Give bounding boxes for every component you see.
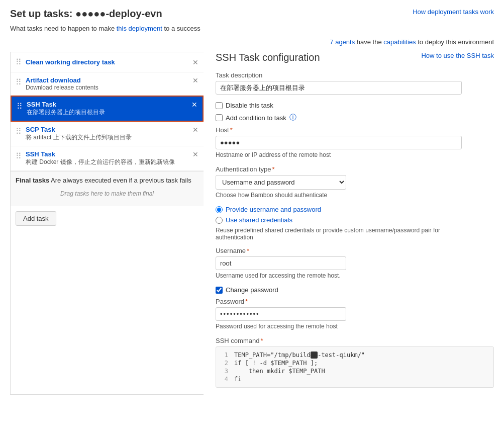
task-item-scp[interactable]: ⠿ SCP Task 将 artifact 上下载的文件上传到项目目录 ✕ xyxy=(11,122,204,146)
drag-handle-clean: ⠿ xyxy=(16,57,22,67)
host-hint: Hostname or IP address of the remote hos… xyxy=(216,151,494,158)
task-name-scp: SCP Task xyxy=(26,126,192,133)
password-hint: Password used for accessing the remote h… xyxy=(216,323,494,330)
page-title: Set up tasks: ●●●●●-deploy-evn xyxy=(10,8,162,20)
task-desc-ssh1: 在部署服务器上的项目根目录 xyxy=(27,108,191,117)
right-panel: SSH Task configuration How to use the SS… xyxy=(204,52,494,395)
left-panel: ⠿ Clean working directory task ✕ ⠿ Artif… xyxy=(10,52,204,395)
password-group: Password Password used for accessing the… xyxy=(216,298,494,330)
deployment-tasks-help-link[interactable]: How deployment tasks work xyxy=(413,8,494,16)
host-group: Host Hostname or IP address of the remot… xyxy=(216,126,494,158)
drag-handle-ssh2: ⠿ xyxy=(16,151,22,161)
username-label: Username xyxy=(216,247,494,254)
radio-provide-row: Provide username and password xyxy=(216,206,494,213)
line-code-4: fi xyxy=(234,376,241,383)
username-input[interactable] xyxy=(216,256,346,270)
task-item-ssh2[interactable]: ⠿ SSH Task 构建 Docker 镜像，停止之前运行的容器，重新跑新镜像… xyxy=(11,146,204,171)
task-description-input[interactable] xyxy=(216,81,462,95)
code-line-2: 2 if [ ! -d $TEMP_PATH ]; xyxy=(220,359,489,367)
drag-handle-ssh1: ⠿ xyxy=(17,102,23,111)
page-header: Set up tasks: ●●●●●-deploy-evn How deplo… xyxy=(10,8,494,20)
agents-count-link[interactable]: 7 agents xyxy=(330,38,355,46)
change-password-row: Change password xyxy=(216,286,494,294)
host-input[interactable] xyxy=(216,136,462,149)
code-line-1: 1 TEMP_PATH="/tmp/build●●-test-qiukm/" xyxy=(220,351,489,359)
task-desc-ssh2: 构建 Docker 镜像，停止之前运行的容器，重新跑新镜像 xyxy=(26,158,192,166)
task-item-artifact[interactable]: ⠿ Artifact download Download release con… xyxy=(11,72,204,96)
task-desc-scp: 将 artifact 上下载的文件上传到项目目录 xyxy=(26,133,192,142)
task-name-artifact: Artifact download xyxy=(26,76,192,84)
final-tasks-drag-zone[interactable]: Drag tasks here to make them final xyxy=(16,186,198,201)
line-code-3: then mkdir $TEMP_PATH xyxy=(234,368,325,375)
remove-artifact-button[interactable]: ✕ xyxy=(192,76,198,84)
line-num-2: 2 xyxy=(220,360,228,367)
auth-hint: Choose how Bamboo should authenticate xyxy=(216,192,494,199)
ssh-command-group: SSH command 1 TEMP_PATH="/tmp/build●●-te… xyxy=(216,337,494,388)
add-condition-row: Add condition to task ⓘ xyxy=(216,113,494,122)
task-desc-artifact: Download release contents xyxy=(26,84,192,91)
task-description-label: Task description xyxy=(216,71,494,79)
add-condition-checkbox[interactable] xyxy=(216,114,223,121)
final-tasks-label: Final tasks Are always executed even if … xyxy=(16,177,198,184)
username-group: Username Username used for accessing the… xyxy=(216,247,494,279)
page-container: Set up tasks: ●●●●●-deploy-evn How deplo… xyxy=(0,0,504,438)
password-label: Password xyxy=(216,298,494,305)
code-line-3: 3 then mkdir $TEMP_PATH xyxy=(220,367,489,375)
radio-shared-label[interactable]: Use shared credentials xyxy=(226,216,292,224)
radio-shared-row: Use shared credentials xyxy=(216,216,494,224)
ssh-task-help-link[interactable]: How to use the SSH task xyxy=(421,52,494,59)
radio-shared-input[interactable] xyxy=(216,217,223,224)
code-line-4: 4 fi xyxy=(220,375,489,383)
change-password-checkbox[interactable] xyxy=(216,287,223,294)
task-name-ssh1: SSH Task xyxy=(27,101,191,108)
radio-provide-input[interactable] xyxy=(216,206,223,213)
task-description-group: Task description xyxy=(216,71,494,95)
ssh-command-editor[interactable]: 1 TEMP_PATH="/tmp/build●●-test-qiukm/" 2… xyxy=(216,346,494,388)
config-title: SSH Task configuration xyxy=(216,52,320,63)
auth-type-group: Authentication type Username and passwor… xyxy=(216,165,494,199)
disable-task-checkbox[interactable] xyxy=(216,102,223,109)
shared-credentials-hint: Reuse predefined shared credentials or p… xyxy=(216,227,462,241)
deployment-link[interactable]: this deployment xyxy=(117,25,162,32)
remove-clean-button[interactable]: ✕ xyxy=(192,58,198,66)
task-item-ssh1[interactable]: ⠿ SSH Task 在部署服务器上的项目根目录 ✕ xyxy=(11,96,204,122)
task-content-scp: SCP Task 将 artifact 上下载的文件上传到项目目录 xyxy=(26,126,192,142)
ssh-command-label: SSH command xyxy=(216,337,494,344)
change-password-label[interactable]: Change password xyxy=(226,286,278,294)
disable-task-row: Disable this task xyxy=(216,102,494,109)
auth-type-label: Authentication type xyxy=(216,165,494,173)
username-hint: Username used for accessing the remote h… xyxy=(216,272,494,279)
line-num-4: 4 xyxy=(220,376,228,383)
line-num-1: 1 xyxy=(220,352,228,359)
host-label: Host xyxy=(216,126,494,134)
radio-provide-label[interactable]: Provide username and password xyxy=(226,206,321,213)
config-header: SSH Task configuration How to use the SS… xyxy=(216,52,494,63)
page-subtitle: What tasks need to happen to make this d… xyxy=(10,25,494,32)
remove-ssh2-button[interactable]: ✕ xyxy=(192,150,198,158)
disable-task-label[interactable]: Disable this task xyxy=(226,102,273,109)
task-content-artifact: Artifact download Download release conte… xyxy=(26,76,192,91)
drag-handle-scp: ⠿ xyxy=(16,127,22,136)
task-name-ssh2: SSH Task xyxy=(26,150,192,158)
task-content-ssh1: SSH Task 在部署服务器上的项目根目录 xyxy=(27,101,191,117)
final-tasks-section: Final tasks Are always executed even if … xyxy=(11,171,204,206)
task-content-ssh2: SSH Task 构建 Docker 镜像，停止之前运行的容器，重新跑新镜像 xyxy=(26,150,192,166)
remove-ssh1-button[interactable]: ✕ xyxy=(191,101,197,109)
task-item-clean[interactable]: ⠿ Clean working directory task ✕ xyxy=(11,52,204,72)
line-code-1: TEMP_PATH="/tmp/build●●-test-qiukm/" xyxy=(234,352,365,359)
add-condition-label[interactable]: Add condition to task xyxy=(226,114,286,122)
add-task-button[interactable]: Add task xyxy=(16,211,56,226)
remove-scp-button[interactable]: ✕ xyxy=(192,126,198,134)
password-input[interactable] xyxy=(216,307,346,321)
condition-help-icon[interactable]: ⓘ xyxy=(289,113,296,122)
main-layout: ⠿ Clean working directory task ✕ ⠿ Artif… xyxy=(10,52,494,395)
auth-type-select[interactable]: Username and password SSH key xyxy=(216,175,346,190)
auth-radio-group: Provide username and password Use shared… xyxy=(216,206,494,241)
task-name-clean: Clean working directory task xyxy=(26,58,115,66)
agents-bar: 7 agents have the capabilities to deploy… xyxy=(10,38,494,46)
line-code-2: if [ ! -d $TEMP_PATH ]; xyxy=(234,360,318,367)
capabilities-link[interactable]: capabilities xyxy=(383,38,416,46)
line-num-3: 3 xyxy=(220,368,228,375)
drag-handle-artifact: ⠿ xyxy=(16,77,22,87)
